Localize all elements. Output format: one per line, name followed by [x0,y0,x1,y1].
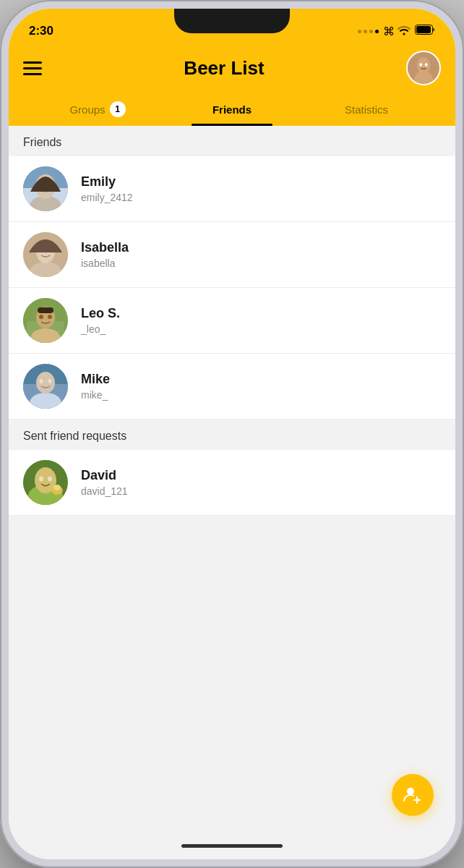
svg-point-35 [48,477,52,482]
emily-info: Emily emily_2412 [81,174,133,203]
friend-request-item-david[interactable]: David david_121 [9,450,455,516]
leo-username: _leo_ [81,323,120,335]
sent-requests-section-header: Sent friend requests [9,420,455,450]
status-icons: ⌘ [358,25,435,38]
tab-friends-label: Friends [212,103,252,116]
david-name: David [81,468,128,483]
svg-point-34 [39,477,43,482]
header-top: Beer List [23,51,441,94]
friend-item-emily[interactable]: Emily emily_2412 [9,156,455,222]
avatar-emily [23,166,68,211]
svg-rect-1 [416,26,431,33]
david-info: David david_121 [81,468,128,497]
user-avatar[interactable] [406,51,441,85]
signal-dots [358,30,379,33]
tab-friends[interactable]: Friends [165,94,299,126]
svg-point-5 [419,63,422,67]
svg-rect-24 [38,307,53,313]
svg-point-37 [53,485,61,490]
mike-name: Mike [81,372,110,387]
leo-name: Leo S. [81,306,120,321]
hamburger-line-1 [23,61,42,64]
phone-frame: 2:30 ⌘ [0,0,464,868]
app-title: Beer List [184,57,264,80]
mike-username: mike_ [81,389,110,401]
friend-item-leo[interactable]: Leo S. _leo_ [9,288,455,354]
friends-section-title: Friends [23,136,61,148]
home-indicator [181,844,283,848]
groups-badge: 1 [110,101,126,117]
avatar-david [23,460,68,505]
svg-point-23 [48,315,52,319]
phone-inner: 2:30 ⌘ [9,9,455,859]
notch [174,9,290,33]
signal-dot-3 [369,30,373,33]
add-person-icon [403,785,423,805]
svg-point-38 [407,788,414,795]
battery-icon [415,25,435,38]
signal-dot-1 [358,30,361,33]
tab-groups-label: Groups [69,103,105,116]
hamburger-line-3 [23,73,42,75]
tab-statistics-label: Statistics [345,103,388,116]
wifi-icon: ⌘ [383,25,411,38]
hamburger-menu[interactable] [23,61,42,75]
sent-requests-title: Sent friend requests [23,430,126,442]
signal-dot-4 [375,30,379,33]
friend-item-mike[interactable]: Mike mike_ [9,354,455,420]
signal-dot-2 [364,30,367,33]
friend-item-isabella[interactable]: Isabella isabella [9,222,455,288]
isabella-name: Isabella [81,240,129,255]
isabella-username: isabella [81,258,129,269]
status-time: 2:30 [29,24,53,38]
emily-name: Emily [81,174,133,190]
leo-info: Leo S. _leo_ [81,306,120,335]
mike-info: Mike mike_ [81,372,110,401]
david-username: david_121 [81,485,128,497]
avatar-leo [23,298,68,343]
header: Beer List Groups 1 [9,45,455,126]
add-friend-fab[interactable] [392,774,434,816]
tab-groups[interactable]: Groups 1 [30,94,165,126]
content-area: Friends Emily [9,126,455,859]
avatar-mike [23,364,68,409]
tab-bar: Groups 1 Friends Statistics [23,94,441,126]
emily-username: emily_2412 [81,192,133,203]
hamburger-line-2 [23,67,42,69]
svg-point-28 [36,372,55,393]
tab-statistics[interactable]: Statistics [299,94,434,126]
svg-point-6 [425,63,428,67]
svg-point-22 [39,315,43,319]
avatar-isabella [23,232,68,277]
svg-point-30 [48,379,52,383]
svg-point-29 [40,379,43,383]
friends-section-header: Friends [9,126,455,156]
isabella-info: Isabella isabella [81,240,129,269]
